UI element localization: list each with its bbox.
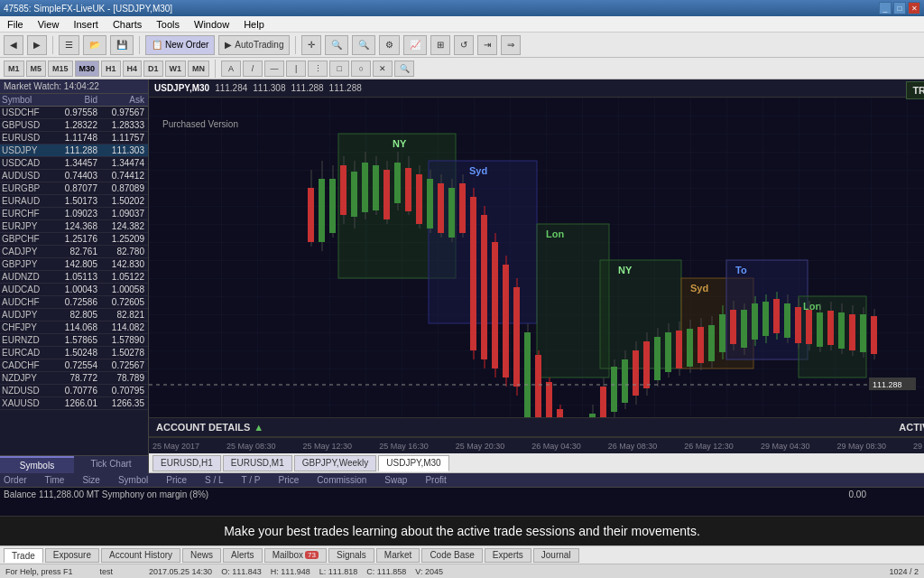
menu-tools[interactable]: Tools [152,19,183,30]
tab-exposure[interactable]: Exposure [45,548,99,563]
new-order-button[interactable]: 📋 New Order [145,35,215,55]
market-watch-row[interactable]: EURUSD 1.11748 1.11757 [0,132,148,144]
menu-bar: File View Insert Charts Tools Window Hel… [0,16,924,33]
period-mn[interactable]: MN [188,61,209,77]
period-m15[interactable]: M15 [48,61,73,77]
tab-mailbox[interactable]: Mailbox 73 [264,548,327,563]
horizontal-tool[interactable]: — [264,61,284,77]
ellipse-tool[interactable]: ○ [351,61,371,77]
period-m30[interactable]: M30 [75,61,100,77]
period-h4[interactable]: H4 [123,61,143,77]
chart-container[interactable]: Purchased Version NY [149,98,924,417]
delete-tool[interactable]: ✕ [373,61,393,77]
menu-help[interactable]: Help [240,19,268,30]
tab-signals[interactable]: Signals [328,548,374,563]
open-button[interactable]: 📂 [83,35,106,55]
market-watch-row[interactable]: AUDNZD 1.05113 1.05122 [0,271,148,284]
svg-rect-60 [546,382,552,417]
market-watch-row[interactable]: GBPCHF 1.25176 1.25209 [0,233,148,246]
close-button[interactable]: ✕ [908,2,920,14]
zoom-out-button[interactable]: 🔍 [352,35,375,55]
tab-gbpjpy-weekly[interactable]: GBPJPY,Weekly [294,455,377,471]
minimize-button[interactable]: _ [879,2,892,14]
forward-button[interactable]: ▶ [27,35,47,55]
menu-view[interactable]: View [34,19,63,30]
back-button[interactable]: ◀ [4,35,23,55]
market-watch-row[interactable]: XAUUSD 1266.01 1266.35 [0,397,148,410]
templates-button[interactable]: ⊞ [430,35,450,55]
market-watch-row[interactable]: AUDUSD 0.74403 0.74412 [0,170,148,182]
rect-tool[interactable]: □ [329,61,349,77]
market-watch-row[interactable]: EURJPY 124.368 124.382 [0,220,148,233]
mw-bid: 1.57865 [52,335,99,345]
market-watch-row[interactable]: GBPUSD 1.28322 1.28333 [0,119,148,132]
chart-properties-button[interactable]: ⚙ [379,35,400,55]
tab-eurusd-h1[interactable]: EURUSD,H1 [152,455,221,471]
candlestick-chart[interactable]: Purchased Version NY [149,98,924,417]
period-h1[interactable]: H1 [101,61,121,77]
tab-experts[interactable]: Experts [485,548,531,563]
tab-usdjpy-m30[interactable]: USDJPY,M30 [378,455,448,471]
market-watch-row[interactable]: NZDUSD 0.70776 0.70795 [0,385,148,397]
chart-shift-button[interactable]: ⇥ [477,35,497,55]
text-tool[interactable]: A [221,61,241,77]
tab-market[interactable]: Market [376,548,420,563]
tab-alerts[interactable]: Alerts [223,548,263,563]
market-watch-row[interactable]: EURGBP 0.87077 0.87089 [0,182,148,195]
period-m1[interactable]: M1 [4,61,24,77]
mw-ask: 1.25209 [99,234,146,244]
market-watch-row[interactable]: CHFJPY 114.068 114.082 [0,322,148,334]
period-d1[interactable]: D1 [143,61,163,77]
crosshair-button[interactable]: ✛ [301,35,321,55]
menu-insert[interactable]: Insert [69,19,102,30]
tab-tick-chart[interactable]: Tick Chart [74,456,148,473]
period-m5[interactable]: M5 [26,61,47,77]
market-watch-row[interactable]: EURNZD 1.57865 1.57890 [0,334,148,347]
tab-symbols[interactable]: Symbols [0,456,74,473]
mw-ask: 0.72567 [99,360,146,370]
period-w1[interactable]: W1 [165,61,187,77]
tab-code-base[interactable]: Code Base [421,548,482,563]
promo-text: Make your best trades learning about the… [224,524,700,538]
market-watch-row[interactable]: CADCHF 0.72554 0.72567 [0,359,148,372]
trendline-tool[interactable]: / [243,61,263,77]
market-watch-row[interactable]: USDCAD 1.34457 1.34474 [0,157,148,170]
market-watch-row[interactable]: EURCHF 1.09023 1.09037 [0,208,148,220]
zoom-in-button[interactable]: 🔍 [325,35,348,55]
market-watch-row[interactable]: AUDCAD 1.00043 1.00058 [0,284,148,296]
tab-eurusd-m1[interactable]: EURUSD,M1 [223,455,292,471]
status-account: test [100,567,114,576]
mw-symbol: EURAUD [2,196,52,206]
market-watch-row[interactable]: AUDCHF 0.72586 0.72605 [0,296,148,309]
indicators-button[interactable]: 📈 [403,35,427,55]
market-watch-row[interactable]: USDJPY 111.288 111.303 [0,144,148,157]
market-watch-row[interactable]: USDCHF 0.97558 0.97567 [0,107,148,119]
tab-journal[interactable]: Journal [533,548,579,563]
search-button[interactable]: 🔍 [394,61,414,77]
market-watch-row[interactable]: CADJPY 82.761 82.780 [0,246,148,258]
market-watch-row[interactable]: EURCAD 1.50248 1.50278 [0,347,148,359]
market-watch-row[interactable]: NZDJPY 78.772 78.789 [0,372,148,385]
tab-news[interactable]: News [182,548,221,563]
maximize-button[interactable]: □ [893,2,906,14]
refresh-button[interactable]: ↺ [454,35,474,55]
market-watch-row[interactable]: GBPJPY 142.805 142.830 [0,258,148,271]
auto-trading-button[interactable]: ▶ AutoTrading [218,35,290,55]
profiles-button[interactable]: ☰ [59,35,79,55]
save-button[interactable]: 💾 [110,35,134,55]
order-row[interactable]: Balance 111,288.00 MT Symphony on margin… [0,488,924,501]
status-volume: V: 2045 [415,567,443,576]
vertical-tool[interactable]: | [286,61,306,77]
tab-account-history[interactable]: Account History [101,548,180,563]
market-watch-row[interactable]: EURAUD 1.50173 1.50202 [0,195,148,208]
svg-rect-38 [427,179,433,228]
fib-tool[interactable]: ⋮ [308,61,328,77]
mw-symbol: XAUUSD [2,398,52,408]
menu-charts[interactable]: Charts [109,19,145,30]
autoscroll-button[interactable]: ⇒ [501,35,521,55]
market-watch-row[interactable]: AUDJPY 82.805 82.821 [0,309,148,322]
menu-file[interactable]: File [4,19,27,30]
mw-ask: 0.72605 [99,297,146,307]
tab-trade[interactable]: Trade [4,548,43,563]
menu-window[interactable]: Window [190,19,233,30]
